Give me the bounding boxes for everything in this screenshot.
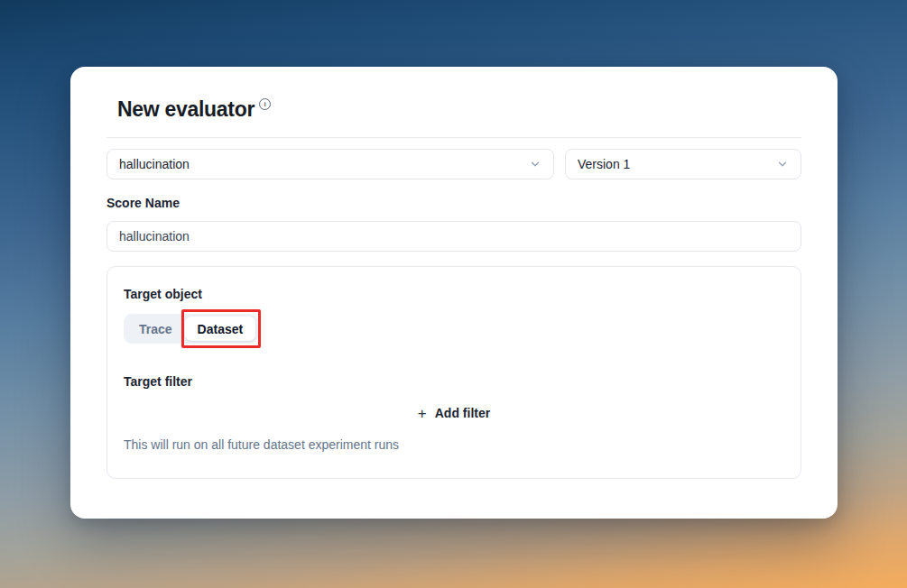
target-helper-text: This will run on all future dataset expe… xyxy=(124,437,784,452)
target-config-card: Target object Trace Dataset Target filte… xyxy=(106,266,801,479)
evaluator-template-select[interactable]: hallucination xyxy=(106,149,554,179)
target-object-option-dataset[interactable]: Dataset xyxy=(185,317,256,341)
chevron-down-icon xyxy=(776,158,789,170)
target-object-toggle: Trace Dataset xyxy=(124,314,258,344)
add-filter-row: + Add filter xyxy=(124,400,784,426)
template-version-row: hallucination Version 1 xyxy=(106,149,801,179)
score-name-label: Score Name xyxy=(106,196,801,210)
target-object-option-dataset-wrap: Dataset xyxy=(185,317,256,341)
evaluator-template-value: hallucination xyxy=(119,157,190,171)
version-select[interactable]: Version 1 xyxy=(565,149,801,179)
target-object-option-trace[interactable]: Trace xyxy=(126,317,185,341)
new-evaluator-dialog: New evaluator i hallucination Version 1 … xyxy=(70,67,838,519)
add-filter-button[interactable]: + Add filter xyxy=(409,400,499,426)
header-divider xyxy=(106,137,801,138)
target-filter-label: Target filter xyxy=(124,374,784,389)
info-icon[interactable]: i xyxy=(259,98,271,110)
plus-icon: + xyxy=(418,406,427,421)
add-filter-label: Add filter xyxy=(435,406,490,420)
chevron-down-icon xyxy=(529,158,541,170)
target-object-label: Target object xyxy=(124,287,784,301)
dialog-header: New evaluator i xyxy=(117,97,801,122)
page-title: New evaluator xyxy=(117,97,255,122)
version-value: Version 1 xyxy=(578,157,630,171)
score-name-input[interactable] xyxy=(106,221,801,252)
